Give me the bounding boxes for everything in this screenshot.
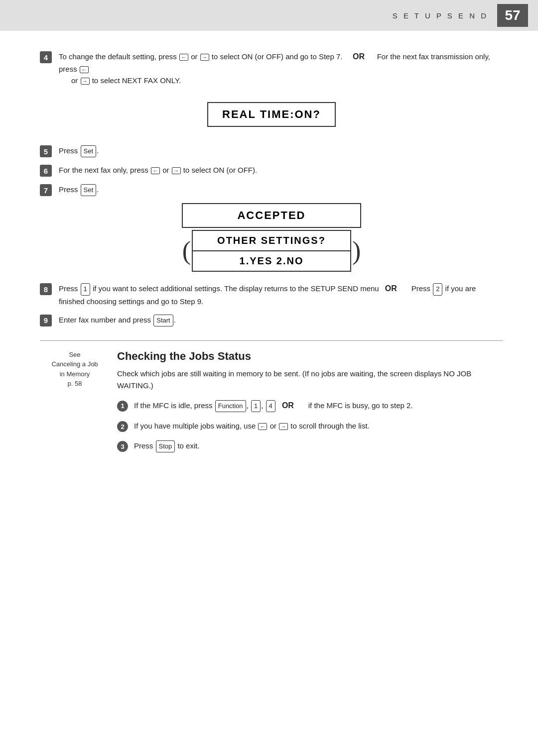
other-settings-wrapper: ( OTHER SETTINGS? 1.YES 2.NO ) xyxy=(182,230,361,272)
key-2: 2 xyxy=(433,283,442,295)
step-9-number: 9 xyxy=(40,315,52,326)
lcd-other-settings: OTHER SETTINGS? xyxy=(192,230,351,251)
step-6-text: For the next fax only, press ← or → to s… xyxy=(59,164,257,176)
check1-text1: If the MFC is idle, press xyxy=(134,401,213,410)
display-group: ACCEPTED ( OTHER SETTINGS? 1.YES 2.NO ) xyxy=(40,203,503,272)
step6-or: or xyxy=(162,166,169,174)
step-7-number: 7 xyxy=(40,184,52,196)
check-step-1-num: 1 xyxy=(117,401,128,412)
step-5-number: 5 xyxy=(40,145,52,157)
intro-text: Check which jobs are still waiting in me… xyxy=(117,368,503,392)
page-number: 57 xyxy=(497,4,528,27)
sidebar-text: See Canceling a Job in Memory p. 58 xyxy=(51,351,98,388)
check-step-3: 3 Press Stop to exit. xyxy=(117,440,503,452)
checking-section: See Canceling a Job in Memory p. 58 Chec… xyxy=(40,350,503,460)
step-9: 9 Enter fax number and press Start. xyxy=(40,314,503,326)
section-divider xyxy=(40,340,503,341)
sidebar-note: See Canceling a Job in Memory p. 58 xyxy=(40,350,110,389)
check2-or: or xyxy=(270,422,279,430)
lcd-yesno: 1.YES 2.NO xyxy=(192,251,351,272)
step-5-text: Press Set. xyxy=(59,145,99,157)
arrow-right-icon-3: → xyxy=(172,167,181,174)
step7-press: Press xyxy=(59,185,78,194)
other-settings-inner: OTHER SETTINGS? 1.YES 2.NO xyxy=(192,230,351,272)
check1-spaces xyxy=(300,401,306,410)
check-step-2-text: If you have multiple jobs waiting, use ←… xyxy=(134,420,370,432)
step8-text1: if you want to select additional setting… xyxy=(93,284,381,293)
step-4: 4 To change the default setting, press ←… xyxy=(40,51,503,86)
bracket-right: ) xyxy=(352,238,361,264)
check2-text2: to scroll through the list. xyxy=(290,422,369,430)
step4-text1: To change the default setting, press xyxy=(59,52,177,61)
arrow-left-icon-4: ← xyxy=(258,423,267,430)
check2-text1: If you have multiple jobs waiting, use xyxy=(134,422,256,430)
check-step-2: 2 If you have multiple jobs waiting, use… xyxy=(117,420,503,432)
check3-text1: Press xyxy=(134,441,153,450)
set-key-1: Set xyxy=(81,145,97,157)
step4-text3: to select ON (or OFF) and go to Step 7. xyxy=(212,52,347,61)
step8-press1: Press xyxy=(59,284,80,293)
lcd-accepted: ACCEPTED xyxy=(182,203,361,228)
arrow-right-icon-2: → xyxy=(81,78,90,85)
bracket-left: ( xyxy=(182,238,191,264)
key-4-check: 4 xyxy=(266,400,275,412)
check-step-2-num: 2 xyxy=(117,421,128,432)
check-step-1-text: If the MFC is idle, press Function, 1, 4… xyxy=(134,400,413,412)
step4-text2: or xyxy=(191,52,197,61)
step-8-text: Press 1 if you want to select additional… xyxy=(59,283,503,307)
check3-text2: to exit. xyxy=(177,441,199,450)
checking-main: Checking the Jobs Status Check which job… xyxy=(117,350,503,452)
stop-key: Stop xyxy=(156,440,175,452)
arrow-left-icon-2: ← xyxy=(80,66,89,73)
start-key: Start xyxy=(153,315,173,326)
step5-press: Press xyxy=(59,146,78,155)
key-1: 1 xyxy=(81,283,90,295)
step-4-number: 4 xyxy=(40,51,52,63)
step-8-number: 8 xyxy=(40,283,52,295)
check1-or: OR xyxy=(282,401,294,410)
arrow-left-icon-1: ← xyxy=(179,54,188,61)
step-4-text: To change the default setting, press ← o… xyxy=(59,51,503,86)
step8-or: OR xyxy=(385,284,397,293)
set-key-2: Set xyxy=(81,184,97,196)
check1-text2: if the MFC is busy, go to step 2. xyxy=(308,401,413,410)
lcd-realtime: REAL TIME:ON? xyxy=(207,102,336,127)
arrow-left-icon-3: ← xyxy=(151,167,160,174)
step6-text1: For the next fax only, press xyxy=(59,166,148,174)
step-9-text: Enter fax number and press Start. xyxy=(59,314,176,326)
step4-text5: or xyxy=(71,76,78,85)
check-step-3-num: 3 xyxy=(117,441,128,452)
content: 4 To change the default setting, press ←… xyxy=(0,31,538,480)
arrow-right-icon-1: → xyxy=(200,54,209,61)
check-step-1: 1 If the MFC is idle, press Function, 1,… xyxy=(117,400,503,412)
step8-spaces xyxy=(403,284,409,293)
step-7: 7 Press Set. xyxy=(40,184,503,196)
section-title: Checking the Jobs Status xyxy=(117,350,503,363)
lcd-realtime-container: REAL TIME:ON? xyxy=(40,95,503,136)
step-7-text: Press Set. xyxy=(59,184,99,196)
step4-or: OR xyxy=(353,52,365,61)
step9-text1: Enter fax number and press xyxy=(59,316,151,324)
step-6: 6 For the next fax only, press ← or → to… xyxy=(40,164,503,177)
step4-text6: to select NEXT FAX ONLY. xyxy=(92,76,181,85)
page: S E T U P S E N D 57 4 To change the def… xyxy=(0,0,538,756)
key-1-check: 1 xyxy=(251,400,261,412)
step-8: 8 Press 1 if you want to select addition… xyxy=(40,283,503,307)
check-step-3-text: Press Stop to exit. xyxy=(134,440,200,452)
arrow-right-icon-4: → xyxy=(279,423,288,430)
function-key: Function xyxy=(215,400,246,412)
step6-text2: to select ON (or OFF). xyxy=(183,166,257,174)
step-6-number: 6 xyxy=(40,165,52,177)
header: S E T U P S E N D 57 xyxy=(0,0,538,31)
step-5: 5 Press Set. xyxy=(40,145,503,157)
step8-press2: Press xyxy=(411,284,433,293)
header-title: S E T U P S E N D xyxy=(393,11,488,20)
